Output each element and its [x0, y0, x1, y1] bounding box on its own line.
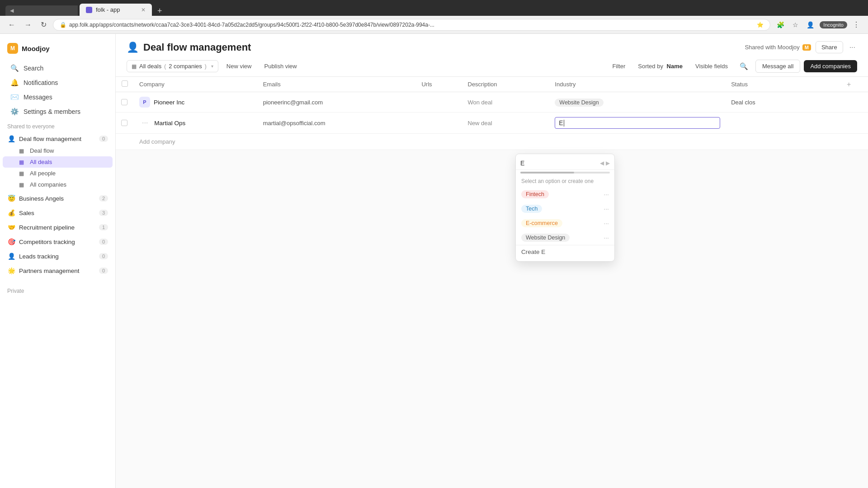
view-count-close: ) [205, 63, 207, 70]
main-header: 👤 Deal flow management Shared with Moodj… [116, 34, 868, 77]
dropdown-search-input[interactable] [520, 160, 598, 167]
visible-fields-btn[interactable]: Visible fields [691, 61, 732, 72]
sidebar-item-messages[interactable]: ✉️ Messages [3, 90, 113, 104]
filter-btn[interactable]: Filter [608, 61, 630, 72]
sidebar-sub-all-companies[interactable]: ▦ All companies [3, 179, 113, 190]
scroll-right-icon[interactable]: ▶ [606, 160, 610, 166]
browser-controls: ← → ↻ 🔒 app.folk.app/apps/contacts/netwo… [0, 16, 868, 34]
group-sales-header[interactable]: 💰 Sales 3 [3, 206, 113, 219]
industry-input-value: E [559, 119, 563, 127]
fintech-tag: Fintech [521, 190, 549, 198]
dropdown-option-tech[interactable]: Tech ··· [516, 202, 614, 216]
group-recruitment-header[interactable]: 🤝 Recruitment pipeline 1 [3, 221, 113, 234]
tech-more-btn[interactable]: ··· [604, 205, 609, 212]
more-options-btn[interactable]: ··· [848, 42, 857, 53]
row1-industry-tag: Website Design [555, 99, 603, 107]
scroll-left-icon[interactable]: ◀ [600, 160, 604, 166]
browser-tab-active[interactable]: folk - app ✕ [80, 4, 152, 16]
browser-actions: 🧩 ☆ 👤 Incognito ⋮ [774, 19, 863, 31]
message-all-btn[interactable]: Message all [755, 60, 800, 73]
sidebar-sub-all-people[interactable]: ▦ All people [3, 168, 113, 179]
dropdown-option-ecommerce[interactable]: E-commerce ··· [516, 216, 614, 230]
view-count-text: 2 companies [169, 63, 202, 70]
view-selector[interactable]: ▦ All deals (2 companies) ▾ [127, 60, 218, 72]
forward-btn[interactable]: → [22, 19, 34, 31]
row2-industry-cell[interactable]: E [549, 113, 726, 134]
sort-btn[interactable]: Sorted by Name [633, 61, 687, 72]
sidebar-item-settings[interactable]: ⚙️ Settings & members [3, 104, 113, 119]
reload-btn[interactable]: ↻ [38, 19, 49, 31]
new-view-btn[interactable]: New view [222, 61, 256, 72]
sidebar-brand[interactable]: M Moodjoy [0, 39, 115, 61]
group-partners-header[interactable]: 🌟 Partners management 0 [3, 264, 113, 277]
tab-title: folk - app [96, 6, 120, 13]
add-company-row[interactable]: Add company [116, 134, 868, 150]
row2-checkbox-cell[interactable] [116, 113, 134, 134]
brand-name: Moodjoy [22, 45, 50, 52]
group-competitors-header[interactable]: 🎯 Competitors tracking 0 [3, 235, 113, 248]
table-row: P Pioneer Inc pioneerinc@gmail.com Won d… [116, 92, 868, 113]
row1-industry-cell[interactable]: Website Design [549, 92, 726, 113]
row2-company: ··· Martial Ops [139, 118, 252, 128]
share-button[interactable]: Share [816, 41, 843, 53]
th-status: Status [726, 77, 843, 92]
extensions-btn[interactable]: 🧩 [774, 19, 787, 30]
row2-status-cell [726, 113, 843, 134]
row2-description-cell: New deal [462, 113, 550, 134]
row1-email-cell: pioneerinc@gmail.com [258, 92, 416, 113]
sidebar-sub-deal-flow[interactable]: ▦ Deal flow [3, 145, 113, 156]
sidebar: M Moodjoy 🔍 Search 🔔 Notifications ✉️ Me… [0, 34, 116, 488]
tab-close-btn[interactable]: ✕ [141, 7, 146, 13]
row1-company-name: Pioneer Inc [154, 99, 184, 106]
group-deal-flow-mgmt-header[interactable]: 👤 Deal flow management 0 [3, 132, 113, 145]
group-leads-header[interactable]: 👤 Leads tracking 0 [3, 250, 113, 263]
row1-checkbox[interactable] [121, 99, 127, 105]
table-search-btn[interactable]: 🔍 [736, 60, 752, 73]
dropdown-option-website-design[interactable]: Website Design ··· [516, 230, 614, 245]
sidebar-sub-all-deals[interactable]: ▦ All deals [3, 156, 113, 168]
add-company-label[interactable]: Add company [134, 134, 868, 150]
row2-menu-btn[interactable]: ··· [139, 118, 151, 128]
new-tab-btn[interactable]: + [154, 6, 166, 16]
tab-favicon [86, 7, 92, 13]
create-option[interactable]: Create E [516, 245, 614, 258]
group-sales-badge: 3 [99, 210, 108, 216]
publish-view-btn[interactable]: Publish view [259, 61, 301, 72]
dropdown-scrollbar-thumb [520, 172, 574, 174]
tech-tag: Tech [521, 205, 542, 213]
sidebar-item-notifications[interactable]: 🔔 Notifications [3, 75, 113, 90]
row1-description: Won deal [468, 99, 493, 106]
th-add-column[interactable]: + [843, 77, 868, 92]
competitors-icon: 🎯 [7, 238, 15, 245]
th-checkbox[interactable] [116, 77, 134, 92]
browser-tabs: ◀ folk - app ✕ + [5, 4, 863, 16]
view-grid-icon: ▦ [132, 63, 137, 70]
sidebar-item-search[interactable]: 🔍 Search [3, 61, 113, 75]
table-body: P Pioneer Inc pioneerinc@gmail.com Won d… [116, 92, 868, 150]
app-layout: M Moodjoy 🔍 Search 🔔 Notifications ✉️ Me… [0, 34, 868, 488]
group-leads: 👤 Leads tracking 0 [3, 250, 113, 263]
menu-btn[interactable]: ⋮ [850, 19, 863, 31]
shared-badge: Shared with Moodjoy M [745, 44, 811, 51]
address-bar[interactable]: 🔒 app.folk.app/apps/contacts/network/cca… [53, 19, 770, 31]
row1-checkbox-cell[interactable] [116, 92, 134, 113]
group-business-angels-header[interactable]: 😇 Business Angels 2 [3, 192, 113, 205]
sales-icon: 💰 [7, 209, 15, 216]
group-recruitment: 🤝 Recruitment pipeline 1 [3, 221, 113, 234]
add-companies-btn[interactable]: Add companies [804, 60, 857, 72]
view-label: All deals [139, 63, 161, 70]
all-people-icon: ▦ [19, 170, 26, 177]
select-all-checkbox[interactable] [122, 80, 128, 87]
table-container: Company Emails Urls Description Industry… [116, 77, 868, 488]
dropdown-option-fintech[interactable]: Fintech ··· [516, 187, 614, 202]
bookmark-btn[interactable]: ☆ [790, 19, 801, 30]
website-design-more-btn[interactable]: ··· [604, 234, 609, 241]
group-competitors-badge: 0 [99, 239, 108, 245]
fintech-more-btn[interactable]: ··· [604, 191, 609, 198]
profile-btn[interactable]: 👤 [804, 19, 817, 30]
ecommerce-more-btn[interactable]: ··· [604, 220, 609, 227]
business-angels-icon: 😇 [7, 195, 15, 202]
row2-checkbox[interactable] [121, 120, 127, 126]
back-btn[interactable]: ← [5, 19, 18, 31]
main-content: 👤 Deal flow management Shared with Moodj… [116, 34, 868, 488]
